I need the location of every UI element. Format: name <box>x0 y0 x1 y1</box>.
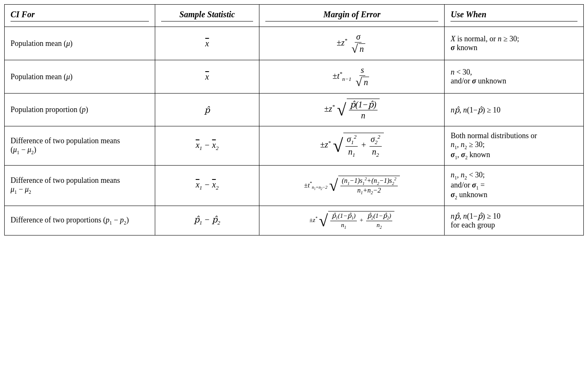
header-use-when: Use When <box>445 5 584 27</box>
sample-stat-cell: p̂1 − p̂2 <box>155 206 259 235</box>
moe-cell: ±z* σ √n <box>259 27 445 60</box>
use-when-cell: n < 30,and/or σ unknown <box>445 60 584 94</box>
table-row: Population mean (μ) x ±z* σ √n X is norm… <box>5 27 584 60</box>
sample-stat-cell: p̂ <box>155 94 259 126</box>
use-when-cell: X is normal, or n ≥ 30;σ known <box>445 27 584 60</box>
use-when-cell: Both normal distributions orn1, n2 ≥ 30;… <box>445 126 584 166</box>
header-ci-for: CI For <box>5 5 155 27</box>
sample-stat-cell: x <box>155 27 259 60</box>
header-sample-statistic: Sample Statistic <box>155 5 259 27</box>
ci-for-cell: Difference of two population meansμ1 − μ… <box>5 166 155 206</box>
moe-cell: ±z* √ p̂(1−p̂) n <box>259 94 445 126</box>
sample-stat-cell: x1 − x2 <box>155 126 259 166</box>
table-row: Difference of two population means(μ1 − … <box>5 126 584 166</box>
ci-for-cell: Population proportion (p) <box>5 94 155 126</box>
ci-for-cell: Population mean (μ) <box>5 27 155 60</box>
moe-cell: ±t*n1+n2−2 √ (n1−1)s12+(n2−1)s22 n1+n2−2 <box>259 166 445 206</box>
ci-formulas-table: CI For Sample Statistic Margin of Error … <box>4 4 584 235</box>
moe-cell: ±z* √ p̂1(1−p̂1) n1 + p̂2(1−p̂2) n2 <box>259 206 445 235</box>
table-row: Population proportion (p) p̂ ±z* √ <box>5 94 584 126</box>
table-row: Difference of two population meansμ1 − μ… <box>5 166 584 206</box>
sample-stat-cell: x <box>155 60 259 94</box>
moe-cell: ±z* √ σ12 n1 + σ22 n2 <box>259 126 445 166</box>
header-margin-of-error: Margin of Error <box>259 5 445 27</box>
use-when-cell: n1, n2 < 30;and/or σ1 =σ2 unknown <box>445 166 584 206</box>
use-when-cell: np̂, n(1−p̂) ≥ 10 <box>445 94 584 126</box>
moe-cell: ±t*n−1 s √n <box>259 60 445 94</box>
table-row: Population mean (μ) x ±t*n−1 s √n n < 30… <box>5 60 584 94</box>
sample-stat-cell: x1 − x2 <box>155 166 259 206</box>
ci-for-cell: Population mean (μ) <box>5 60 155 94</box>
use-when-cell: np̂, n(1−p̂) ≥ 10for each group <box>445 206 584 235</box>
ci-for-cell: Difference of two proportions (p1 − p2) <box>5 206 155 235</box>
ci-for-cell: Difference of two population means(μ1 − … <box>5 126 155 166</box>
table-row: Difference of two proportions (p1 − p2) … <box>5 206 584 235</box>
